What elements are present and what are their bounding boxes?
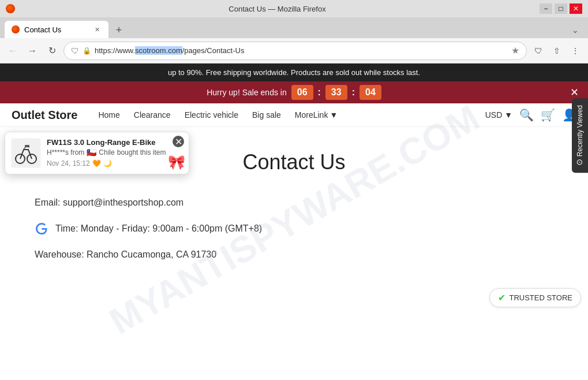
popup-action: bought this item bbox=[117, 148, 166, 157]
trusted-store-label: TRUSTED STORE bbox=[509, 293, 572, 302]
browser-logo bbox=[6, 4, 15, 13]
nav-clearance[interactable]: Clearance bbox=[134, 110, 171, 120]
svg-rect-0 bbox=[12, 139, 40, 167]
recently-viewed-icon: ⊙ bbox=[575, 159, 585, 166]
contact-info: Email: support@inthesportshop.com Time: … bbox=[35, 198, 553, 260]
cart-button[interactable]: 🛒 bbox=[541, 108, 555, 122]
tab-favicon-icon bbox=[12, 25, 20, 33]
window-controls[interactable]: − □ ✕ bbox=[540, 3, 582, 14]
countdown-hours: 06 bbox=[291, 85, 313, 100]
countdown-sep-1: : bbox=[318, 87, 321, 98]
url-suffix: /pages/Contact-Us bbox=[182, 46, 245, 55]
tab-bar: Contact Us ✕ + ⌄ bbox=[0, 17, 588, 38]
nav-big-sale[interactable]: Big sale bbox=[252, 110, 281, 120]
email-row: Email: support@inthesportshop.com bbox=[35, 198, 553, 208]
url-domain: scotroom.com bbox=[135, 46, 182, 55]
tab-label: Contact Us bbox=[24, 25, 61, 34]
popup-subtitle: H*****s from 🇨🇱 Chile bought this item bbox=[47, 148, 183, 157]
popup-ribbon-icon: 🎀 bbox=[168, 154, 185, 170]
search-button[interactable]: 🔍 bbox=[519, 108, 534, 122]
countdown-seconds: 04 bbox=[359, 85, 381, 100]
popup-flag-icon: 🇨🇱 bbox=[87, 148, 96, 157]
svg-rect-3 bbox=[25, 145, 29, 147]
trusted-store-icon: ✔ bbox=[498, 292, 505, 303]
popup-time: Nov 24, 15:12 🧡 🌙 bbox=[47, 159, 183, 167]
google-icon bbox=[35, 222, 48, 236]
maximize-button[interactable]: □ bbox=[555, 3, 567, 14]
new-tab-button[interactable]: + bbox=[111, 22, 127, 38]
time-row: Time: Monday - Friday: 9:00am - 6:00pm (… bbox=[35, 222, 553, 236]
popup-body: FW11S 3.0 Long-Range E-Bike H*****s from… bbox=[47, 138, 183, 168]
popup-product-image bbox=[11, 138, 41, 168]
back-button[interactable]: ← bbox=[5, 43, 21, 59]
popup-emoji2: 🌙 bbox=[103, 159, 112, 167]
popup-username: H*****s from bbox=[47, 148, 84, 157]
store-header: Outlet Store Home Clearance Electric veh… bbox=[0, 103, 588, 127]
countdown-minutes: 33 bbox=[325, 85, 347, 100]
popup-close-button[interactable]: ✕ bbox=[173, 136, 184, 147]
address-bar[interactable]: 🛡 🔒 https://www.scotroom.com/pages/Conta… bbox=[63, 42, 527, 60]
title-bar: Contact Us — Mozilla Firefox − □ ✕ bbox=[0, 0, 588, 17]
list-all-tabs-button[interactable]: ⌄ bbox=[567, 22, 583, 38]
store-name: Outlet Store bbox=[12, 109, 77, 122]
main-content: MYANTISPYWARE.COM Contact Us Email: supp… bbox=[0, 127, 588, 312]
firefox-icon bbox=[6, 4, 15, 13]
close-banner-button[interactable]: ✕ bbox=[567, 85, 581, 99]
store-nav: Home Clearance Electric vehicle Big sale… bbox=[98, 110, 338, 120]
recently-viewed-panel[interactable]: ⊙ Recently Viewed bbox=[572, 98, 588, 173]
recently-viewed-label: Recently Viewed bbox=[576, 105, 584, 157]
sale-banner: up to 90%. Free shipping worldwide. Prod… bbox=[0, 64, 588, 81]
countdown-sep-2: : bbox=[352, 87, 355, 98]
countdown-banner: Hurry up! Sale ends in 06 : 33 : 04 ✕ bbox=[0, 81, 588, 103]
popup-product-title: FW11S 3.0 Long-Range E-Bike bbox=[47, 138, 183, 147]
close-button[interactable]: ✕ bbox=[570, 3, 582, 14]
nav-home[interactable]: Home bbox=[98, 110, 119, 120]
warehouse-label: Warehouse: Rancho Cucamonga, CA 91730 bbox=[35, 249, 216, 260]
nav-right-area: 🛡 ⇧ ⋮ bbox=[530, 43, 583, 59]
bookmark-icon[interactable]: ★ bbox=[511, 45, 519, 56]
page-content: up to 90%. Free shipping worldwide. Prod… bbox=[0, 64, 588, 312]
reload-button[interactable]: ↻ bbox=[44, 43, 60, 59]
popup-timestamp: Nov 24, 15:12 bbox=[47, 159, 90, 167]
trusted-store-badge: ✔ TRUSTED STORE bbox=[489, 288, 581, 307]
store-nav-actions: USD ▼ 🔍 🛒 👤 bbox=[485, 108, 576, 122]
sale-banner-text: up to 90%. Free shipping worldwide. Prod… bbox=[168, 68, 420, 77]
popup-emoji1: 🧡 bbox=[92, 159, 101, 167]
browser-chrome: Contact Us — Mozilla Firefox − □ ✕ Conta… bbox=[0, 0, 588, 64]
url-display[interactable]: https://www.scotroom.com/pages/Contact-U… bbox=[95, 46, 508, 55]
url-prefix: https://www. bbox=[95, 46, 135, 55]
nav-bar: ← → ↻ 🛡 🔒 https://www.scotroom.com/pages… bbox=[0, 38, 588, 64]
shield-icon: 🛡 bbox=[71, 46, 79, 55]
nav-electric-vehicle[interactable]: Electric vehicle bbox=[185, 110, 238, 120]
email-label: Email: support@inthesportshop.com bbox=[35, 198, 183, 208]
tab-close-button[interactable]: ✕ bbox=[92, 25, 102, 34]
warehouse-row: Warehouse: Rancho Cucamonga, CA 91730 bbox=[35, 249, 553, 260]
window-title: Contact Us — Mozilla Firefox bbox=[15, 5, 540, 13]
forward-button[interactable]: → bbox=[24, 43, 40, 59]
more-button[interactable]: ⋮ bbox=[567, 43, 583, 59]
nav-morelink[interactable]: MoreLink ▼ bbox=[295, 110, 338, 120]
currency-selector[interactable]: USD ▼ bbox=[485, 110, 512, 120]
time-label: Time: Monday - Friday: 9:00am - 6:00pm (… bbox=[55, 223, 262, 234]
minimize-button[interactable]: − bbox=[540, 3, 552, 14]
share-button[interactable]: ⇧ bbox=[549, 43, 565, 59]
active-tab[interactable]: Contact Us ✕ bbox=[5, 21, 108, 38]
tab-right-controls: ⌄ bbox=[567, 22, 583, 38]
dropdown-chevron-icon: ▼ bbox=[329, 110, 338, 120]
popup-notification: FW11S 3.0 Long-Range E-Bike H*****s from… bbox=[5, 132, 189, 174]
extensions-button[interactable]: 🛡 bbox=[530, 43, 546, 59]
countdown-label: Hurry up! Sale ends in bbox=[207, 88, 287, 97]
lock-icon: 🔒 bbox=[83, 47, 91, 55]
popup-country: Chile bbox=[99, 148, 114, 157]
